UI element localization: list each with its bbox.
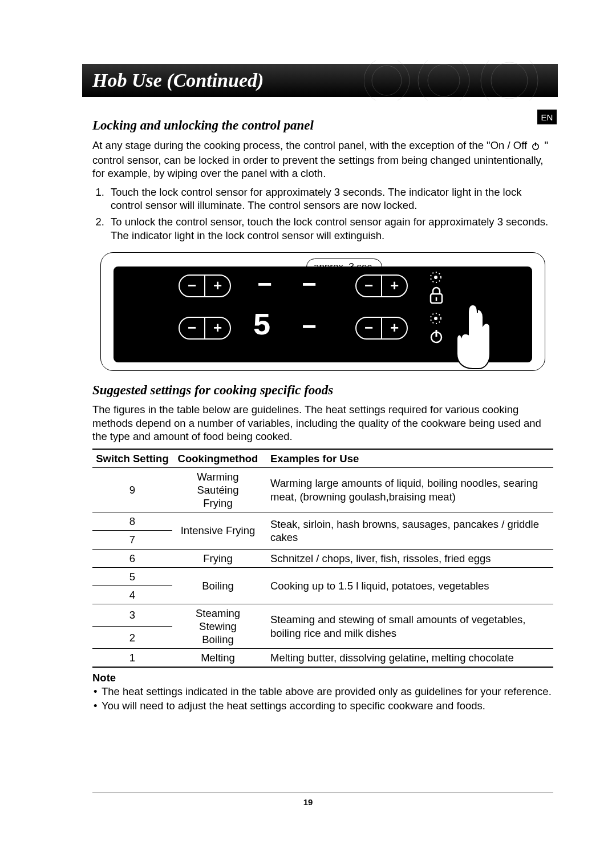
cell-example: Melting butter, dissolving gelatine, mel… [264, 649, 553, 668]
table-header-row: Switch Setting Cookingmethod Examples fo… [92, 449, 553, 468]
control-panel-figure: approx. 3 sec. −+ −+ −+ [100, 252, 545, 371]
cell-example: Steaming and stewing of small amounts of… [264, 604, 553, 648]
svg-point-1 [372, 66, 402, 95]
plus-icon: + [382, 318, 407, 338]
cell-method: SteamingStewingBoiling [172, 604, 264, 648]
minus-plus-control-3: −+ [179, 317, 231, 340]
display-bottom-2: − [302, 316, 319, 341]
cell-setting: 3 [92, 604, 172, 626]
table-row: 6FryingSchnitzel / chops, liver, fish, r… [92, 549, 553, 567]
hob-control-panel: −+ −+ −+ −+ − − 5 − [114, 266, 532, 362]
note-list: The heat settings indicated in the table… [94, 685, 553, 712]
cell-method: Boiling [172, 567, 264, 604]
cell-setting: 9 [92, 467, 172, 512]
plus-icon: + [205, 318, 230, 338]
lock-steps-list: Touch the lock control sensor for approx… [97, 185, 553, 242]
svg-point-5 [491, 62, 528, 99]
minus-icon: − [180, 318, 204, 338]
cell-example: Steak, sirloin, hash browns, sausages, p… [264, 512, 553, 549]
content-area: Locking and unlocking the control panel … [92, 97, 553, 712]
section-heading-settings: Suggested settings for cooking specific … [92, 382, 553, 399]
col-header-example: Examples for Use [264, 449, 553, 468]
cell-setting: 4 [92, 585, 172, 604]
finger-touch-icon [452, 301, 493, 373]
cell-method: Melting [172, 649, 264, 668]
cell-setting: 7 [92, 531, 172, 549]
lock-intro-paragraph: At any stage during the cooking process,… [92, 139, 553, 180]
svg-point-2 [418, 60, 469, 100]
display-top-2: − [302, 273, 319, 298]
cell-method: Intensive Frying [172, 512, 264, 549]
table-row: 5BoilingCooking up to 1.5 l liquid, pota… [92, 567, 553, 585]
footer-separator [92, 793, 553, 793]
power-icon [428, 328, 444, 344]
cell-setting: 6 [92, 549, 172, 567]
display-bottom-1: 5 [253, 311, 273, 342]
svg-point-4 [481, 60, 538, 100]
svg-point-9 [434, 276, 437, 279]
minus-icon: − [356, 318, 381, 338]
note-heading: Note [92, 671, 553, 684]
cell-setting: 8 [92, 512, 172, 531]
indicator-light-icon [428, 270, 443, 285]
table-row: 3SteamingStewingBoilingSteaming and stew… [92, 604, 553, 626]
svg-point-0 [364, 60, 410, 100]
indicator-light-icon [428, 311, 443, 326]
table-row: 1MeltingMelting butter, dissolving gelat… [92, 649, 553, 668]
note-item: The heat settings indicated in the table… [94, 685, 553, 698]
cell-setting: 1 [92, 649, 172, 668]
minus-plus-control-2: −+ [355, 274, 408, 297]
settings-table-wrap: Switch Setting Cookingmethod Examples fo… [92, 449, 553, 668]
table-row: 8Intensive FryingSteak, sirloin, hash br… [92, 512, 553, 531]
lock-step-1: Touch the lock control sensor for approx… [107, 185, 553, 212]
col-header-setting: Switch Setting [92, 449, 172, 468]
col-header-method: Cookingmethod [172, 449, 264, 468]
plus-icon: + [382, 276, 407, 296]
table-row: 9WarmingSautéingFryingWarming large amou… [92, 467, 553, 512]
lock-step-2: To unlock the control sensor, touch the … [107, 215, 553, 241]
minus-icon: − [180, 276, 204, 296]
page-header-band: Hob Use (Continued) [82, 64, 558, 97]
cell-example: Schnitzel / chops, liver, fish, rissoles… [264, 549, 553, 567]
cell-setting: 5 [92, 567, 172, 585]
section-heading-lock: Locking and unlocking the control panel [92, 118, 553, 134]
language-tag: EN [537, 110, 557, 124]
power-icon [531, 140, 540, 154]
cell-setting: 2 [92, 627, 172, 649]
display-top-1: − [257, 273, 274, 298]
page-number: 19 [0, 797, 616, 807]
cell-method: WarmingSautéingFrying [172, 467, 264, 512]
cell-method: Frying [172, 549, 264, 567]
cell-example: Cooking up to 1.5 l liquid, potatoes, ve… [264, 567, 553, 604]
manual-page: Hob Use (Continued) EN Locking and unloc… [0, 0, 616, 848]
minus-icon: − [356, 276, 381, 296]
page-title: Hob Use (Continued) [92, 70, 264, 91]
lock-icon [428, 286, 444, 305]
header-decor-circles [364, 60, 546, 100]
svg-point-13 [434, 317, 437, 320]
note-item: You will need to adjust the heat setting… [94, 699, 553, 712]
minus-plus-control-4: −+ [355, 317, 408, 340]
settings-table: Switch Setting Cookingmethod Examples fo… [92, 449, 553, 668]
cell-example: Warming large amounts of liquid, boiling… [264, 467, 553, 512]
lock-intro-a: At any stage during the cooking process,… [92, 139, 530, 151]
svg-point-3 [428, 64, 460, 96]
settings-intro-paragraph: The figures in the table below are guide… [92, 403, 553, 442]
plus-icon: + [205, 276, 230, 296]
minus-plus-control-1: −+ [179, 274, 231, 297]
